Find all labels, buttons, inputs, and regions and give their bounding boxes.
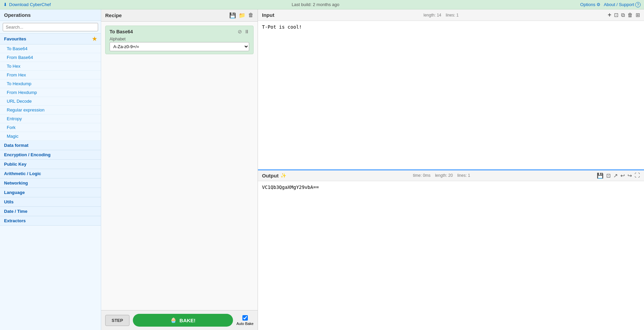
main-layout: Operations Favourites ★ To Base64From Ba… — [0, 9, 644, 330]
output-meta: time: 0ms length: 20 lines: 1 — [413, 172, 470, 178]
sidebar-item[interactable]: To Hexdump — [0, 79, 101, 88]
about-label[interactable]: About / Support — [604, 2, 634, 7]
input-title: Input — [262, 12, 274, 18]
download-label[interactable]: Download CyberChef — [9, 2, 51, 7]
output-undo-icon[interactable]: ↩ — [620, 172, 625, 179]
sidebar-category[interactable]: Extractors — [0, 216, 101, 226]
output-wand-icon[interactable]: ✨ — [281, 173, 286, 178]
input-trash-icon[interactable]: 🗑 — [627, 12, 633, 18]
auto-bake-label: Auto Bake — [236, 322, 254, 326]
output-redo-icon[interactable]: ↪ — [627, 172, 632, 179]
output-content: VC1Qb3QgaXMgY29vbA== — [258, 181, 644, 330]
options-label[interactable]: Options — [580, 2, 595, 7]
favourites-items: To Base64From Base64To HexFrom HexTo Hex… — [0, 44, 101, 141]
input-textarea[interactable] — [258, 21, 644, 169]
build-info: Last build: 2 months ago — [292, 2, 340, 7]
recipe-operation: To Base64 ⊘ ⏸ Alphabet A-Za-z0-9+/=A-Za-… — [105, 26, 254, 54]
output-save-icon[interactable]: 💾 — [597, 172, 604, 179]
sidebar-item[interactable]: From Base64 — [0, 53, 101, 62]
alphabet-label: Alphabet — [110, 37, 249, 41]
recipe-header: Recipe 💾 📁 🗑 — [101, 9, 258, 22]
download-link[interactable]: ⬇ Download CyberChef — [3, 2, 51, 7]
sidebar-item[interactable]: Magic — [0, 132, 101, 141]
options-icon: ⚙ — [596, 2, 601, 7]
output-newinput-icon[interactable]: ↗ — [613, 172, 618, 179]
output-icons: 💾 ⊡ ↗ ↩ ↪ ⛶ — [597, 172, 640, 179]
step-button[interactable]: STEP — [105, 315, 129, 326]
sidebar-item[interactable]: Fork — [0, 123, 101, 132]
download-icon: ⬇ — [3, 2, 7, 7]
recipe-save-icon[interactable]: 💾 — [229, 12, 236, 19]
recipe-footer: STEP 🧁 BAKE! Auto Bake — [101, 310, 258, 330]
recipe-op-pause[interactable]: ⏸ — [244, 29, 249, 35]
recipe-op-disable[interactable]: ⊘ — [238, 29, 242, 35]
output-title: Output — [262, 173, 279, 178]
sidebar-category[interactable]: Data format — [0, 141, 101, 150]
about-link[interactable]: About / Support ? — [604, 2, 641, 7]
topbar: ⬇ Download CyberChef Last build: 2 month… — [0, 0, 644, 9]
sidebar-category[interactable]: Encryption / Encoding — [0, 150, 101, 160]
recipe-op-title: To Base64 — [110, 29, 133, 34]
categories-list: Data formatEncryption / EncodingPublic K… — [0, 141, 101, 226]
auto-bake-checkbox[interactable] — [242, 315, 248, 321]
bake-button[interactable]: 🧁 BAKE! — [133, 314, 233, 327]
io-panel: Input length: 14 lines: 1 + ⊡ ⧉ 🗑 ⊞ — [258, 9, 644, 330]
sidebar-category[interactable]: Arithmetic / Logic — [0, 169, 101, 178]
sidebar-category[interactable]: Public Key — [0, 160, 101, 169]
input-length-value: 14 — [437, 13, 441, 18]
options-link[interactable]: Options ⚙ — [580, 2, 601, 7]
bake-label: BAKE! — [179, 318, 196, 323]
search-input[interactable] — [3, 23, 98, 31]
output-section: Output ✨ time: 0ms length: 20 lines: 1 💾… — [258, 170, 644, 330]
recipe-op-controls: ⊘ ⏸ — [238, 29, 249, 35]
favourites-star: ★ — [92, 36, 97, 42]
recipe-op-alphabet-field: Alphabet A-Za-z0-9+/=A-Za-z0-9-_=Custom — [110, 37, 249, 51]
recipe-op-header: To Base64 ⊘ ⏸ — [110, 29, 249, 35]
input-meta: length: 14 lines: 1 — [423, 13, 459, 18]
input-add-icon[interactable]: + — [608, 11, 611, 19]
auto-bake-container: Auto Bake — [236, 315, 254, 326]
output-header: Output ✨ time: 0ms length: 20 lines: 1 💾… — [258, 170, 644, 181]
search-box — [0, 21, 101, 34]
sidebar-title: Operations — [0, 9, 101, 21]
output-copy-icon[interactable]: ⊡ — [606, 172, 611, 179]
input-lines-label: lines: — [446, 13, 455, 18]
output-length-value: 20 — [448, 173, 453, 178]
sidebar: Operations Favourites ★ To Base64From Ba… — [0, 9, 101, 330]
recipe-panel: Recipe 💾 📁 🗑 To Base64 ⊘ ⏸ Alphabet — [101, 9, 258, 330]
sidebar-category[interactable]: Language — [0, 188, 101, 197]
sidebar-category[interactable]: Utils — [0, 197, 101, 207]
input-layout-icon[interactable]: ⊞ — [636, 12, 640, 18]
recipe-icons: 💾 📁 🗑 — [229, 12, 254, 19]
sidebar-item[interactable]: URL Decode — [0, 97, 101, 106]
output-title-area: Output ✨ — [262, 173, 286, 178]
sidebar-category[interactable]: Date / Time — [0, 207, 101, 216]
input-section: Input length: 14 lines: 1 + ⊡ ⧉ 🗑 ⊞ — [258, 9, 644, 170]
input-icons: + ⊡ ⧉ 🗑 ⊞ — [608, 11, 640, 19]
output-time-value: 0ms — [423, 173, 431, 178]
sidebar-category[interactable]: Networking — [0, 178, 101, 188]
sidebar-item[interactable]: To Hex — [0, 62, 101, 71]
recipe-clear-icon[interactable]: 🗑 — [248, 12, 254, 19]
recipe-open-icon[interactable]: 📁 — [239, 12, 245, 19]
favourites-header[interactable]: Favourites ★ — [0, 34, 101, 44]
input-length-label: length: — [423, 13, 436, 18]
output-fullscreen-icon[interactable]: ⛶ — [635, 172, 640, 178]
output-time-label: time: — [413, 173, 422, 178]
favourites-label: Favourites — [4, 36, 26, 41]
sidebar-item[interactable]: To Base64 — [0, 44, 101, 53]
input-header: Input length: 14 lines: 1 + ⊡ ⧉ 🗑 ⊞ — [258, 9, 644, 21]
sidebar-item[interactable]: From Hex — [0, 71, 101, 79]
recipe-content: To Base64 ⊘ ⏸ Alphabet A-Za-z0-9+/=A-Za-… — [101, 22, 258, 310]
sidebar-item[interactable]: From Hexdump — [0, 88, 101, 97]
bake-icon: 🧁 — [170, 317, 177, 323]
input-new-icon[interactable]: ⧉ — [621, 12, 625, 18]
recipe-title: Recipe — [105, 12, 122, 18]
sidebar-item[interactable]: Entropy — [0, 114, 101, 123]
sidebar-item[interactable]: Regular expression — [0, 106, 101, 114]
alphabet-select[interactable]: A-Za-z0-9+/=A-Za-z0-9-_=Custom — [110, 42, 249, 51]
output-length-label: length: — [435, 173, 447, 178]
output-lines-label: lines: — [457, 173, 467, 178]
input-open-icon[interactable]: ⊡ — [614, 12, 618, 18]
output-lines-value: 1 — [468, 173, 470, 178]
